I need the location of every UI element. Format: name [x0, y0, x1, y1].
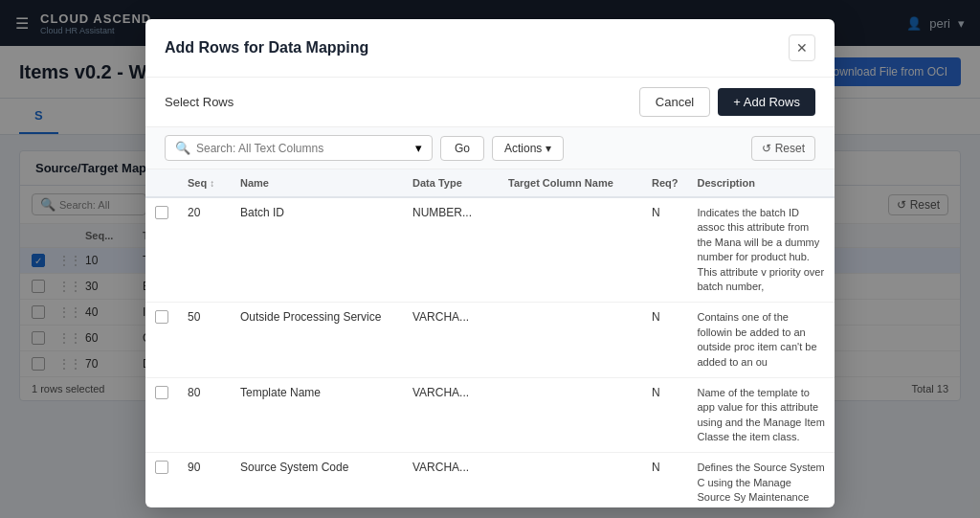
table-header-row: Seq ↕ Name Data Type Target Column Name …	[145, 169, 835, 197]
row-datatype-cell: VARCHA...	[403, 303, 499, 378]
modal-subheader: Select Rows Cancel + Add Rows	[145, 78, 835, 127]
modal: Add Rows for Data Mapping ✕ Select Rows …	[145, 19, 835, 507]
row-seq-cell: 90	[178, 453, 231, 507]
row-target-cell	[499, 377, 642, 453]
modal-toolbar: 🔍 ▾ Go Actions ▾ ↺ Reset	[145, 127, 835, 169]
select-rows-label: Select Rows	[165, 95, 234, 109]
row-req-cell: N	[642, 377, 688, 453]
actions-label: Actions	[504, 142, 542, 155]
row-checkbox[interactable]	[155, 386, 168, 399]
row-checkbox[interactable]	[155, 461, 168, 474]
row-checkbox-cell[interactable]	[145, 197, 178, 303]
col-header-req[interactable]: Req?	[642, 169, 688, 197]
col-header-name[interactable]: Name	[231, 169, 403, 197]
row-description: Defines the Source System C using the Ma…	[698, 462, 825, 507]
row-name-cell: Source System Code	[231, 453, 403, 507]
reset-icon: ↺	[762, 142, 771, 155]
row-checkbox[interactable]	[155, 310, 168, 324]
col-header-seq[interactable]: Seq ↕	[178, 169, 231, 197]
row-description: Name of the template to app value for th…	[698, 387, 825, 442]
search-icon: 🔍	[175, 141, 190, 155]
row-datatype-cell: VARCHA...	[403, 377, 499, 453]
modal-header: Add Rows for Data Mapping ✕	[145, 19, 835, 78]
chevron-down-icon: ▾	[546, 142, 551, 155]
modal-reset-label: Reset	[775, 142, 805, 155]
row-seq-cell: 80	[178, 377, 231, 453]
sort-icon: ↕	[210, 178, 214, 189]
col-header-description[interactable]: Description	[688, 169, 835, 197]
row-target-cell	[499, 303, 642, 378]
row-desc-cell: Name of the template to app value for th…	[688, 377, 835, 453]
table-row: 20 Batch ID NUMBER... N Indicates the ba…	[145, 197, 835, 303]
app-container: ☰ CLOUD ASCEND Cloud HR Assistant 👤 peri…	[0, 0, 980, 518]
row-checkbox[interactable]	[155, 206, 168, 219]
actions-button[interactable]: Actions ▾	[492, 136, 564, 161]
col-header-target[interactable]: Target Column Name	[499, 169, 642, 197]
row-target-cell	[499, 453, 642, 507]
row-req-cell: N	[642, 303, 688, 378]
modal-table: Seq ↕ Name Data Type Target Column Name …	[145, 169, 835, 507]
modal-overlay: Add Rows for Data Mapping ✕ Select Rows …	[0, 0, 980, 518]
row-req-cell: N	[642, 197, 688, 303]
go-button[interactable]: Go	[440, 136, 484, 161]
row-req-cell: N	[642, 453, 688, 507]
seq-label: Seq	[188, 177, 207, 189]
row-datatype-cell: VARCHA...	[403, 453, 499, 507]
chevron-down-icon: ▾	[415, 141, 422, 155]
table-row: 90 Source System Code VARCHA... N Define…	[145, 453, 835, 507]
row-datatype-cell: NUMBER...	[403, 197, 499, 303]
modal-reset-button[interactable]: ↺ Reset	[751, 136, 815, 161]
row-desc-cell: Defines the Source System C using the Ma…	[688, 453, 835, 507]
add-rows-button[interactable]: + Add Rows	[718, 88, 815, 116]
col-header-checkbox	[145, 169, 178, 197]
row-description: Indicates the batch ID assoc this attrib…	[698, 207, 825, 292]
table-row: 50 Outside Processing Service VARCHA... …	[145, 303, 835, 378]
modal-title: Add Rows for Data Mapping	[165, 39, 368, 56]
row-target-cell	[499, 197, 642, 303]
col-header-datatype[interactable]: Data Type	[403, 169, 499, 197]
modal-table-wrapper: Seq ↕ Name Data Type Target Column Name …	[145, 169, 835, 507]
row-name-cell: Template Name	[231, 377, 403, 453]
row-seq-cell: 50	[178, 303, 231, 378]
close-icon: ✕	[796, 40, 808, 56]
row-checkbox-cell[interactable]	[145, 377, 178, 453]
cancel-button[interactable]: Cancel	[639, 87, 710, 117]
row-name-cell: Batch ID	[231, 197, 403, 303]
row-seq-cell: 20	[178, 197, 231, 303]
row-checkbox-cell[interactable]	[145, 303, 178, 378]
row-name-cell: Outside Processing Service	[231, 303, 403, 378]
row-desc-cell: Indicates the batch ID assoc this attrib…	[688, 197, 835, 303]
row-checkbox-cell[interactable]	[145, 453, 178, 507]
modal-header-actions: Cancel + Add Rows	[639, 87, 815, 117]
row-desc-cell: Contains one of the followin be added to…	[688, 303, 835, 378]
row-description: Contains one of the followin be added to…	[698, 311, 817, 367]
modal-close-button[interactable]: ✕	[789, 34, 815, 61]
modal-search-bar[interactable]: 🔍 ▾	[165, 135, 433, 161]
modal-search-input[interactable]	[196, 142, 410, 155]
table-row: 80 Template Name VARCHA... N Name of the…	[145, 377, 835, 453]
